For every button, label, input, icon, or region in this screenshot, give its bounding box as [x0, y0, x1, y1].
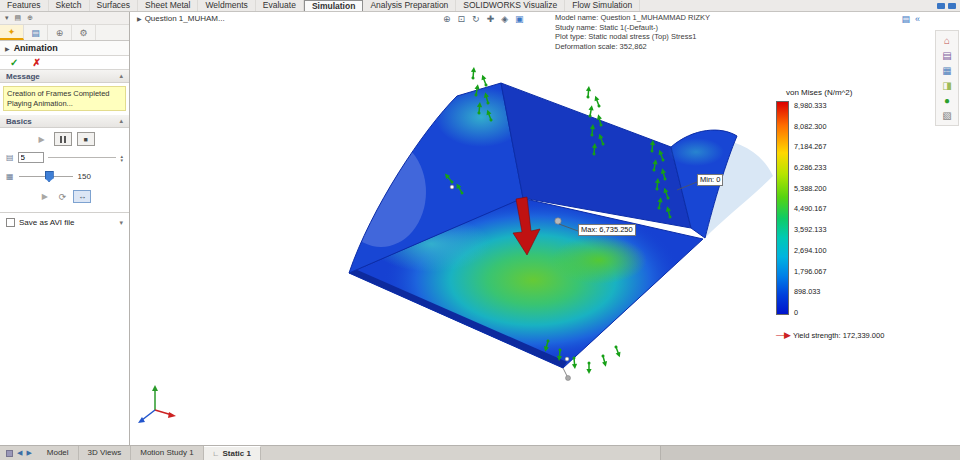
cancel-button[interactable]: ✗ — [32, 57, 40, 68]
plot-info-block: Model name: Question 1_MUHAMMAD RIZKY St… — [555, 13, 710, 51]
loop-mode-icon[interactable]: ⟳ — [59, 192, 67, 202]
legend-tick: 4,490.167 — [794, 204, 826, 213]
help-icon[interactable] — [948, 3, 956, 9]
legend-tick: 3,592.133 — [794, 225, 826, 234]
part-model — [336, 72, 773, 377]
panel-title: Animation — [14, 43, 58, 53]
tab-feature-tree[interactable]: ▤ — [24, 25, 48, 40]
confirm-row: ✓ ✗ — [0, 56, 129, 70]
tab-model[interactable]: Model — [38, 446, 79, 460]
chevron-up-icon: ▴ — [119, 117, 123, 125]
previous-study-icon[interactable]: ◀ — [17, 449, 22, 457]
rotate-view-icon[interactable]: ↻ — [472, 14, 480, 24]
frames-per-second-input[interactable] — [18, 152, 44, 163]
tab-animation-properties[interactable]: ✦ — [0, 25, 24, 40]
frames-spinner[interactable]: ▴ ▾ — [120, 154, 123, 162]
playback-controls: ▶ ■ — [0, 128, 129, 149]
graphics-viewport[interactable]: ▶ Question 1_MUHAM... ⊕ ⊡ ↻ ✚ ◈ ▣ Model … — [131, 12, 960, 445]
menu-tab-sketch[interactable]: Sketch — [49, 0, 90, 11]
tab-dimxpert[interactable]: ⚙ — [72, 25, 96, 40]
message-section-header[interactable]: Message ▴ — [0, 70, 129, 83]
tab-3d-views[interactable]: 3D Views — [79, 446, 132, 460]
speed-value: 150 — [78, 172, 91, 181]
menu-tab-evaluate[interactable]: Evaluate — [256, 0, 304, 11]
splitter-icon[interactable] — [6, 450, 13, 457]
legend-tick-labels: 8,980.333 8,082.300 7,184.267 6,286.233 … — [794, 101, 826, 317]
collapse-toolbar-icon[interactable] — [937, 3, 945, 9]
legend-title: von Mises (N/m^2) — [786, 88, 956, 97]
playback-mode-row: ▶ ⟳ ↔ — [0, 187, 129, 208]
slider-thumb[interactable] — [45, 171, 54, 182]
home-icon[interactable]: ⌂ — [944, 35, 950, 46]
yield-strength-row: —▶ Yield strength: 172,339.000 — [776, 330, 956, 340]
tab-label: Model — [47, 446, 69, 460]
play-button[interactable]: ▶ — [35, 135, 49, 144]
basics-section-label: Basics — [6, 117, 32, 126]
menubar-window-icons — [937, 0, 960, 11]
legend-tick: 1,796.067 — [794, 267, 826, 276]
yield-strength-label: Yield strength: 172,339.000 — [793, 331, 884, 340]
menu-tab-solidworks-visualize[interactable]: SOLIDWORKS Visualize — [456, 0, 565, 11]
tab-configurations[interactable]: ⊕ — [48, 25, 72, 40]
ok-button[interactable]: ✓ — [10, 57, 18, 68]
legend-tick: 898.033 — [794, 287, 826, 296]
expand-tree-icon[interactable]: ⊕ — [27, 14, 33, 22]
chevron-up-icon: ▴ — [119, 72, 123, 80]
legend-tick: 8,980.333 — [794, 101, 826, 110]
menu-tab-surfaces[interactable]: Surfaces — [90, 0, 139, 11]
breadcrumb-label: Question 1_MUHAM... — [145, 14, 225, 23]
speed-slider[interactable] — [19, 171, 73, 182]
statusbar-icons: ◀ ▶ — [0, 446, 38, 460]
orientation-triad — [138, 385, 176, 423]
propertymanager-tabs: ✦ ▤ ⊕ ⚙ — [0, 25, 129, 41]
display-pane-toggle-icon[interactable]: « — [915, 14, 920, 24]
plot-type-line: Plot type: Static nodal stress (Top) Str… — [555, 32, 710, 42]
normal-mode-button[interactable]: ▶ — [38, 192, 52, 201]
next-study-icon[interactable]: ▶ — [26, 449, 31, 457]
divider — [48, 157, 117, 158]
comments-icon[interactable]: ▤ — [901, 14, 910, 24]
basics-section-header[interactable]: Basics ▴ — [0, 115, 129, 128]
pan-icon[interactable]: ✚ — [487, 14, 495, 24]
tab-motion-study-1[interactable]: Motion Study 1 — [131, 446, 203, 460]
tab-label: Static 1 — [222, 447, 250, 460]
spin-down-icon[interactable]: ▾ — [120, 158, 123, 162]
menu-tab-sheet-metal[interactable]: Sheet Metal — [138, 0, 198, 11]
menu-bar: Features Sketch Surfaces Sheet Metal Wel… — [0, 0, 960, 12]
panel-arrow-icon: ▶ — [5, 45, 10, 52]
breadcrumb-arrow-icon: ▶ — [137, 15, 142, 22]
file-explorer-icon[interactable]: ▦ — [942, 65, 951, 76]
stop-button[interactable]: ■ — [77, 132, 95, 146]
property-manager-panel: ▾ ▤ ⊕ ✦ ▤ ⊕ ⚙ ▶ Animation ✓ ✗ Message ▴ … — [0, 12, 130, 445]
reciprocate-mode-button[interactable]: ↔ — [73, 190, 91, 203]
menu-tab-simulation[interactable]: Simulation — [304, 0, 363, 11]
legend-color-bar — [776, 101, 789, 315]
zoom-fit-icon[interactable]: ⊕ — [443, 14, 451, 24]
tree-display-icon[interactable]: ▤ — [15, 14, 22, 22]
tab-label: Motion Study 1 — [140, 446, 193, 460]
menu-tab-flow-simulation[interactable]: Flow Simulation — [565, 0, 640, 11]
design-library-icon[interactable]: ▤ — [942, 50, 951, 61]
frames-per-second-icon: ▤ — [6, 153, 14, 162]
legend-tick: 0 — [794, 308, 826, 317]
menu-tab-features[interactable]: Features — [0, 0, 49, 11]
save-avi-row: Save as AVI file ▾ — [0, 212, 129, 232]
breadcrumb[interactable]: ▶ Question 1_MUHAM... — [137, 14, 225, 23]
heads-up-toolbar: ⊕ ⊡ ↻ ✚ ◈ ▣ — [443, 14, 524, 24]
menu-tab-analysis-preparation[interactable]: Analysis Preparation — [363, 0, 456, 11]
max-stress-flag: Max: 6,735.250 — [578, 224, 636, 236]
chevron-down-icon: ▾ — [119, 219, 123, 227]
legend-tick: 5,388.200 — [794, 184, 826, 193]
view-orientation-icon[interactable]: ▣ — [515, 14, 524, 24]
message-line: Playing Animation... — [7, 99, 122, 109]
display-style-icon[interactable]: ◈ — [501, 14, 508, 24]
animation-speed-icon: ▦ — [6, 172, 14, 181]
zoom-area-icon[interactable]: ⊡ — [458, 14, 466, 24]
frames-row: ▤ ▴ ▾ — [0, 149, 129, 166]
tab-static-1[interactable]: ∟ Static 1 — [204, 446, 261, 460]
save-avi-checkbox[interactable] — [6, 218, 15, 227]
menu-tab-weldments[interactable]: Weldments — [198, 0, 255, 11]
pause-button[interactable] — [54, 132, 72, 146]
study-tab-icon: ∟ — [213, 447, 220, 460]
filter-icon[interactable]: ▾ — [5, 14, 9, 22]
